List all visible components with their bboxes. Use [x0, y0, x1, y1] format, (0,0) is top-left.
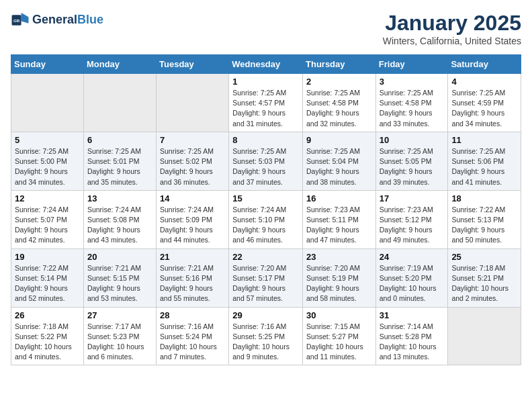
calendar-cell: [11, 74, 84, 132]
day-info: Sunrise: 7:23 AM Sunset: 5:11 PM Dayligh…: [306, 205, 372, 246]
day-number: 11: [451, 135, 517, 145]
day-number: 29: [232, 310, 299, 320]
calendar-cell: 20Sunrise: 7:21 AM Sunset: 5:15 PM Dayli…: [83, 248, 156, 307]
calendar-cell: 10Sunrise: 7:25 AM Sunset: 5:05 PM Dayli…: [375, 132, 448, 190]
calendar-cell: 30Sunrise: 7:15 AM Sunset: 5:27 PM Dayli…: [303, 307, 376, 365]
calendar-cell: 9Sunrise: 7:25 AM Sunset: 5:04 PM Daylig…: [303, 132, 376, 190]
calendar-cell: 24Sunrise: 7:19 AM Sunset: 5:20 PM Dayli…: [375, 248, 448, 307]
day-info: Sunrise: 7:25 AM Sunset: 5:06 PM Dayligh…: [451, 146, 517, 187]
day-number: 30: [306, 310, 372, 320]
day-number: 17: [380, 193, 445, 203]
day-number: 1: [232, 77, 299, 87]
calendar-header-row: SundayMondayTuesdayWednesdayThursdayFrid…: [11, 55, 521, 74]
day-info: Sunrise: 7:22 AM Sunset: 5:13 PM Dayligh…: [451, 205, 517, 246]
day-number: 21: [160, 252, 225, 262]
header-friday: Friday: [375, 55, 448, 74]
day-info: Sunrise: 7:15 AM Sunset: 5:27 PM Dayligh…: [306, 322, 372, 363]
day-number: 4: [451, 77, 517, 87]
day-number: 26: [15, 310, 80, 320]
calendar-cell: 15Sunrise: 7:24 AM Sunset: 5:10 PM Dayli…: [229, 190, 303, 248]
day-number: 16: [306, 193, 372, 203]
day-number: 12: [15, 193, 80, 203]
calendar-cell: 7Sunrise: 7:25 AM Sunset: 5:02 PM Daylig…: [157, 132, 229, 190]
svg-text:GB: GB: [13, 18, 20, 23]
calendar-cell: 27Sunrise: 7:17 AM Sunset: 5:23 PM Dayli…: [83, 307, 156, 365]
day-info: Sunrise: 7:25 AM Sunset: 4:58 PM Dayligh…: [380, 88, 445, 129]
day-info: Sunrise: 7:18 AM Sunset: 5:22 PM Dayligh…: [15, 322, 80, 363]
day-info: Sunrise: 7:24 AM Sunset: 5:10 PM Dayligh…: [232, 205, 299, 246]
header-monday: Monday: [83, 55, 156, 74]
week-row-3: 12Sunrise: 7:24 AM Sunset: 5:07 PM Dayli…: [11, 190, 521, 248]
calendar-cell: 22Sunrise: 7:20 AM Sunset: 5:17 PM Dayli…: [229, 248, 303, 307]
week-row-1: 1Sunrise: 7:25 AM Sunset: 4:57 PM Daylig…: [11, 74, 521, 132]
calendar-cell: 25Sunrise: 7:18 AM Sunset: 5:21 PM Dayli…: [448, 248, 521, 307]
day-info: Sunrise: 7:25 AM Sunset: 4:58 PM Dayligh…: [306, 88, 372, 129]
day-number: 24: [380, 252, 445, 262]
day-number: 10: [380, 135, 445, 145]
day-info: Sunrise: 7:21 AM Sunset: 5:15 PM Dayligh…: [87, 263, 152, 304]
day-info: Sunrise: 7:20 AM Sunset: 5:17 PM Dayligh…: [232, 263, 299, 304]
day-number: 3: [380, 77, 445, 87]
day-number: 28: [160, 310, 225, 320]
day-number: 27: [87, 310, 152, 320]
header-saturday: Saturday: [448, 55, 521, 74]
logo: GB GeneralBlue: [11, 11, 103, 30]
day-number: 6: [87, 135, 152, 145]
header-thursday: Thursday: [303, 55, 376, 74]
calendar-cell: 14Sunrise: 7:24 AM Sunset: 5:09 PM Dayli…: [157, 190, 229, 248]
day-info: Sunrise: 7:18 AM Sunset: 5:21 PM Dayligh…: [451, 263, 517, 304]
header-tuesday: Tuesday: [157, 55, 229, 74]
day-info: Sunrise: 7:25 AM Sunset: 4:59 PM Dayligh…: [451, 88, 517, 129]
day-info: Sunrise: 7:25 AM Sunset: 5:05 PM Dayligh…: [380, 146, 445, 187]
day-number: 15: [232, 193, 299, 203]
day-number: 5: [15, 135, 80, 145]
day-info: Sunrise: 7:23 AM Sunset: 5:12 PM Dayligh…: [380, 205, 445, 246]
day-info: Sunrise: 7:25 AM Sunset: 5:00 PM Dayligh…: [15, 146, 80, 187]
day-number: 18: [451, 193, 517, 203]
day-number: 9: [306, 135, 372, 145]
day-info: Sunrise: 7:24 AM Sunset: 5:09 PM Dayligh…: [160, 205, 225, 246]
header-sunday: Sunday: [11, 55, 84, 74]
day-info: Sunrise: 7:20 AM Sunset: 5:19 PM Dayligh…: [306, 263, 372, 304]
day-info: Sunrise: 7:21 AM Sunset: 5:16 PM Dayligh…: [160, 263, 225, 304]
calendar-cell: 4Sunrise: 7:25 AM Sunset: 4:59 PM Daylig…: [448, 74, 521, 132]
calendar-cell: 13Sunrise: 7:24 AM Sunset: 5:08 PM Dayli…: [83, 190, 156, 248]
day-info: Sunrise: 7:25 AM Sunset: 5:01 PM Dayligh…: [87, 146, 152, 187]
calendar-cell: 8Sunrise: 7:25 AM Sunset: 5:03 PM Daylig…: [229, 132, 303, 190]
header: GB GeneralBlue January 2025 Winters, Cal…: [11, 11, 521, 46]
day-number: 14: [160, 193, 225, 203]
day-info: Sunrise: 7:22 AM Sunset: 5:14 PM Dayligh…: [15, 263, 80, 304]
calendar-title: January 2025: [383, 11, 521, 36]
week-row-2: 5Sunrise: 7:25 AM Sunset: 5:00 PM Daylig…: [11, 132, 521, 190]
week-row-5: 26Sunrise: 7:18 AM Sunset: 5:22 PM Dayli…: [11, 307, 521, 365]
calendar-cell: 17Sunrise: 7:23 AM Sunset: 5:12 PM Dayli…: [375, 190, 448, 248]
calendar-cell: 31Sunrise: 7:14 AM Sunset: 5:28 PM Dayli…: [375, 307, 448, 365]
week-row-4: 19Sunrise: 7:22 AM Sunset: 5:14 PM Dayli…: [11, 248, 521, 307]
calendar-cell: 21Sunrise: 7:21 AM Sunset: 5:16 PM Dayli…: [157, 248, 229, 307]
day-number: 19: [15, 252, 80, 262]
day-info: Sunrise: 7:25 AM Sunset: 5:04 PM Dayligh…: [306, 146, 372, 187]
day-info: Sunrise: 7:25 AM Sunset: 5:02 PM Dayligh…: [160, 146, 225, 187]
svg-marker-1: [21, 13, 29, 24]
day-info: Sunrise: 7:24 AM Sunset: 5:07 PM Dayligh…: [15, 205, 80, 246]
header-wednesday: Wednesday: [229, 55, 303, 74]
calendar-cell: 18Sunrise: 7:22 AM Sunset: 5:13 PM Dayli…: [448, 190, 521, 248]
logo-icon: GB: [11, 11, 30, 30]
day-info: Sunrise: 7:16 AM Sunset: 5:24 PM Dayligh…: [160, 322, 225, 363]
calendar-cell: 1Sunrise: 7:25 AM Sunset: 4:57 PM Daylig…: [229, 74, 303, 132]
day-number: 31: [380, 310, 445, 320]
day-info: Sunrise: 7:16 AM Sunset: 5:25 PM Dayligh…: [232, 322, 299, 363]
day-info: Sunrise: 7:25 AM Sunset: 5:03 PM Dayligh…: [232, 146, 299, 187]
day-number: 7: [160, 135, 225, 145]
day-info: Sunrise: 7:25 AM Sunset: 4:57 PM Dayligh…: [232, 88, 299, 129]
day-number: 13: [87, 193, 152, 203]
calendar-cell: 26Sunrise: 7:18 AM Sunset: 5:22 PM Dayli…: [11, 307, 84, 365]
title-area: January 2025 Winters, California, United…: [383, 11, 521, 46]
calendar-cell: 3Sunrise: 7:25 AM Sunset: 4:58 PM Daylig…: [375, 74, 448, 132]
day-info: Sunrise: 7:17 AM Sunset: 5:23 PM Dayligh…: [87, 322, 152, 363]
day-number: 20: [87, 252, 152, 262]
day-info: Sunrise: 7:19 AM Sunset: 5:20 PM Dayligh…: [380, 263, 445, 304]
day-number: 8: [232, 135, 299, 145]
day-number: 2: [306, 77, 372, 87]
calendar-cell: 16Sunrise: 7:23 AM Sunset: 5:11 PM Dayli…: [303, 190, 376, 248]
